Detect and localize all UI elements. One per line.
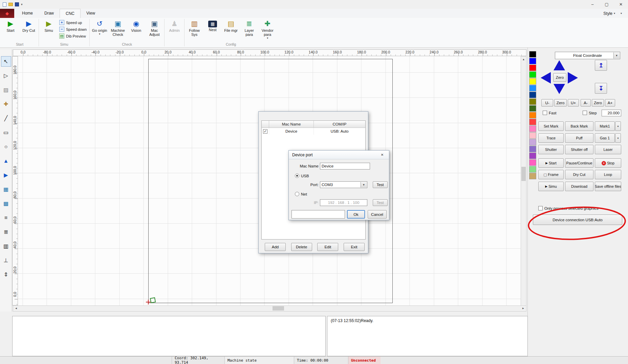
fast-checkbox[interactable]: Fast [543,111,556,115]
edit-button[interactable]: Edit [317,243,338,251]
hatch-tool[interactable]: ▩ [1,198,11,209]
scroll-up-button[interactable]: ▲ [521,56,526,62]
fill-tool[interactable]: ▨ [1,85,11,95]
exit-button[interactable]: Exit [344,243,365,251]
ip-input[interactable]: 192 . 168 . 1 . 100 [320,199,367,206]
step-value-input[interactable]: 20.000 [602,110,621,116]
shutter-off-button[interactable]: Shutter off [565,145,593,154]
dry-cut-button[interactable]: ▶ Dry Cut [20,19,38,41]
app-menu-button[interactable]: ◆ [0,9,14,18]
only-selected-checkbox[interactable]: Only process selected graphics [538,206,599,210]
baseline-tool[interactable]: ⊥ [1,255,11,266]
dialog-close-button[interactable]: ✕ [377,152,388,158]
u-zero-button[interactable]: Zero [554,99,567,107]
align-center-tool[interactable]: ≣ [1,227,11,237]
direction-tool[interactable]: ▶ [1,170,11,180]
a-zero-button[interactable]: Zero [592,99,604,107]
scroll-left-button[interactable]: ◄ [13,306,19,311]
ok-button[interactable]: Ok [347,210,365,219]
start-button[interactable]: ▶Start [538,158,564,168]
node-edit-tool[interactable]: ▷ [1,70,11,81]
nest-button[interactable]: ▦ Nest [203,19,222,41]
step-checkbox[interactable]: Step [583,111,597,115]
stop-button[interactable]: ✕Stop [595,158,621,168]
cancel-button[interactable]: Cancel [368,210,387,219]
palette-color-5[interactable] [529,85,536,91]
trace-button[interactable]: Trace [538,133,564,143]
open-file-icon[interactable] [8,3,13,6]
distribute-tool[interactable]: ▥ [1,241,11,251]
back-mark-button[interactable]: Back Mark [565,121,593,131]
array-tool[interactable]: ▦ [1,184,11,195]
line-tool[interactable]: ╱ [1,113,11,123]
u-plus-button[interactable]: U+ [568,99,579,107]
quick-access-dropdown-icon[interactable]: ▾ [21,3,23,6]
start-button[interactable]: ▶ Start [1,19,20,41]
add-button[interactable]: Add [265,243,286,251]
delete-button[interactable]: Delete [291,243,312,251]
layer-para-button[interactable]: ≣ Layer para [240,19,258,41]
u-minus-button[interactable]: U- [541,99,553,107]
usb-radio[interactable]: USB [295,174,309,178]
download-button[interactable]: Download [565,182,593,191]
port-select[interactable]: COM3 ▼ [320,181,367,188]
jog-up-button[interactable] [554,60,565,70]
new-file-icon[interactable] [3,2,6,7]
net-radio[interactable]: Net [295,192,307,196]
frame-button[interactable]: ▢Frame [538,170,564,179]
palette-color-3[interactable] [529,71,536,78]
device-row[interactable]: ✓ Device USB: Auto [262,128,365,135]
palette-color-6[interactable] [529,92,536,98]
device-connection-button[interactable]: Device connection USB:Auto [533,214,622,225]
vendor-para-button[interactable]: ✚ Vendor para ▾ [258,19,277,41]
admin-button[interactable]: ♟ Admin [165,19,183,41]
machine-check-button[interactable]: ▣ Machine Check [109,19,127,41]
tab-cnc[interactable]: CNC [60,9,81,18]
jog-zero-button[interactable]: Zero [553,73,566,82]
a-minus-button[interactable]: A- [581,99,591,107]
tab-draw[interactable]: Draw [39,9,60,18]
z-down-button[interactable]: ↧ [595,83,607,94]
mirror-tool[interactable]: ▲ [1,156,11,166]
port-dropdown-icon[interactable]: ▼ [361,182,367,187]
z-up-button[interactable]: ↥ [595,60,607,71]
follow-sys-button[interactable]: ▥ Follow Sys [185,19,203,41]
dry-cut-button[interactable]: Dry Cut [565,170,593,179]
palette-color-1[interactable] [529,58,536,64]
palette-color-9[interactable] [529,112,536,118]
shutter-button[interactable]: Shutter [538,145,564,154]
gas-1-button[interactable]: Gas 1 [595,133,615,143]
tab-view[interactable]: View [81,9,101,18]
float-coordinate-select[interactable]: Float Coordinate ▼ [555,52,620,59]
jog-right-button[interactable] [568,72,578,84]
com-ip-column-header[interactable]: COM/IP [314,121,365,128]
ellipse-tool[interactable]: ○ [1,141,11,152]
vision-button[interactable]: ◉ Vision [127,19,145,41]
pause-continue-button[interactable]: Pause/Continue [565,158,593,168]
usb-test-button[interactable]: Test [373,181,388,188]
speed-down-button[interactable]: − Speed down [59,27,87,32]
only-selected-checkbox-box[interactable] [538,206,543,210]
mac-name-input[interactable]: Device [320,163,370,169]
laser-button[interactable]: Laser [595,145,621,154]
v-scroll-thumb[interactable] [521,167,526,181]
style-menu[interactable]: Style ▾ [601,9,617,18]
mark1-dropdown-button[interactable]: ▼ [615,121,621,131]
jog-left-button[interactable] [541,72,551,84]
file-mgr-button[interactable]: ▤ File mgr [222,19,240,41]
net-test-button[interactable]: Test [373,199,388,206]
h-scrollbar[interactable]: ◄ ► [13,305,526,312]
maximize-button[interactable]: ▢ [600,0,614,9]
fast-checkbox-box[interactable] [543,111,547,115]
speed-up-button[interactable]: + Speed up [59,20,87,25]
simu-button[interactable]: ▶Simu [538,182,564,191]
align-left-tool[interactable]: ≡ [1,212,11,223]
a-plus-button[interactable]: A+ [605,99,615,107]
tab-home[interactable]: Home [16,9,39,18]
save-icon[interactable] [15,2,19,6]
close-button[interactable]: ✕ [614,0,628,9]
net-radio-button[interactable] [295,192,299,196]
port-dialog-input[interactable] [291,210,345,219]
step-checkbox-box[interactable] [583,111,587,115]
save-offline-files-button[interactable]: Save offline files [595,182,621,191]
